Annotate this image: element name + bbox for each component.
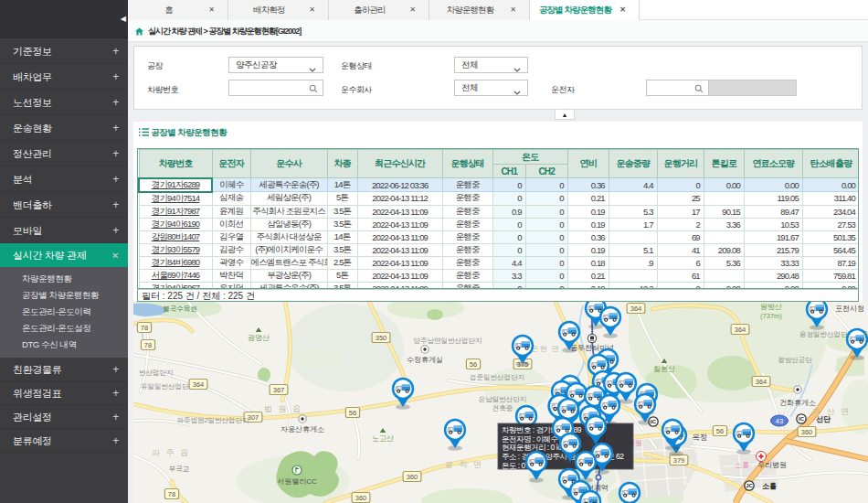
svg-text:56: 56 bbox=[716, 427, 724, 435]
svg-text:360: 360 bbox=[355, 494, 367, 502]
svg-text:43: 43 bbox=[776, 417, 783, 425]
svg-text:56: 56 bbox=[470, 360, 477, 369]
svg-text:포천시청: 포천시청 bbox=[835, 305, 864, 313]
svg-text:IC: IC bbox=[799, 416, 805, 422]
svg-text:선단: 선단 bbox=[816, 415, 831, 423]
svg-text:옥정: 옥정 bbox=[693, 433, 708, 442]
svg-text:307: 307 bbox=[248, 413, 259, 422]
svg-text:불곡수목원: 불곡수목원 bbox=[163, 305, 197, 313]
svg-text:건화휴게소: 건화휴게소 bbox=[779, 399, 816, 407]
svg-text:364: 364 bbox=[630, 305, 642, 313]
svg-text:서원밸리CC: 서원밸리CC bbox=[277, 477, 317, 486]
svg-text:왕방산: 왕방산 bbox=[760, 303, 782, 311]
svg-text:검준일반산업단지: 검준일반산업단지 bbox=[470, 373, 524, 381]
svg-text:광명산: 광명산 bbox=[248, 334, 270, 342]
svg-text:은현 면: 은현 면 bbox=[531, 344, 560, 353]
svg-text:소흘: 소흘 bbox=[735, 461, 749, 469]
svg-text:유일일반산업단지: 유일일반산업단지 bbox=[141, 382, 196, 391]
svg-text:56: 56 bbox=[349, 409, 356, 417]
svg-text:양주남면일반산업단지: 양주남면일반산업단지 bbox=[414, 337, 482, 345]
svg-text:칠봉산: 칠봉산 bbox=[653, 365, 675, 373]
svg-text:법 원 읍: 법 원 읍 bbox=[264, 404, 302, 413]
svg-text:은남일반산단지: 은남일반산단지 bbox=[479, 395, 527, 403]
svg-text:367: 367 bbox=[273, 386, 285, 394]
svg-text:360: 360 bbox=[407, 473, 418, 481]
svg-text:364: 364 bbox=[193, 380, 205, 389]
svg-text:파 주 읍: 파 주 읍 bbox=[152, 448, 190, 457]
svg-text:78: 78 bbox=[168, 490, 175, 498]
svg-text:364: 364 bbox=[735, 326, 746, 334]
svg-text:부곡교: 부곡교 bbox=[169, 465, 190, 473]
svg-text:78: 78 bbox=[141, 324, 148, 332]
svg-text:78: 78 bbox=[144, 341, 152, 349]
svg-text:광 적 면: 광 적 면 bbox=[445, 460, 483, 469]
svg-text:노고산: 노고산 bbox=[372, 434, 394, 443]
svg-text:왕방산공단: 왕방산공단 bbox=[778, 356, 812, 364]
svg-text:파주법원2일반산업단지: 파주법원2일반산업단지 bbox=[176, 416, 249, 424]
svg-text:우리병원: 우리병원 bbox=[757, 461, 787, 469]
svg-text:수정휴게실: 수정휴게실 bbox=[407, 356, 443, 364]
svg-text:현재운행거리 : 0 km: 현재운행거리 : 0 km bbox=[502, 443, 566, 452]
svg-text:자웅산휴게소: 자웅산휴게소 bbox=[281, 425, 324, 433]
svg-text:반산업단지: 반산업단지 bbox=[139, 369, 174, 377]
svg-text:(737m): (737m) bbox=[760, 312, 782, 320]
svg-text:운전자명 : 이혜수: 운전자명 : 이혜수 bbox=[502, 434, 558, 444]
svg-text:379: 379 bbox=[673, 456, 685, 465]
svg-text:소흘: 소흘 bbox=[762, 482, 777, 490]
svg-text:용정일반산업단지: 용정일반산업단지 bbox=[799, 330, 854, 338]
svg-text:364: 364 bbox=[756, 378, 767, 386]
svg-text:360: 360 bbox=[801, 428, 813, 436]
svg-text:건축중: 건축중 bbox=[492, 404, 513, 412]
svg-text:JC: JC bbox=[746, 483, 753, 488]
svg-text:350: 350 bbox=[376, 334, 387, 342]
